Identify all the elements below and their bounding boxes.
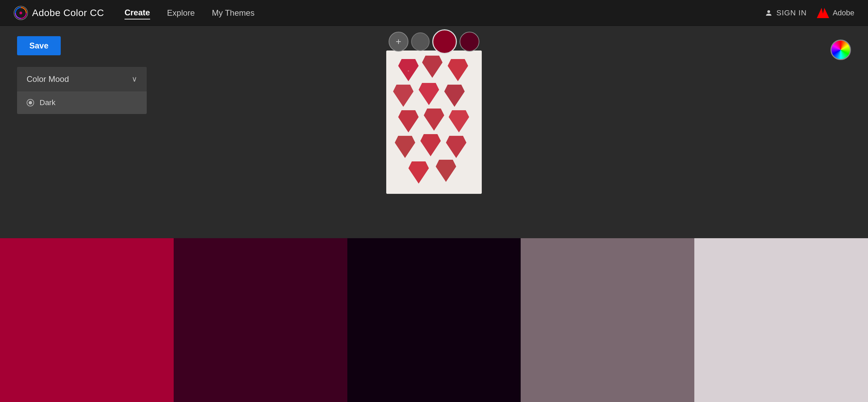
sign-in-button[interactable]: SIGN IN [765,9,807,17]
svg-marker-4 [822,8,829,18]
image-svg [386,51,482,194]
color-mood-panel: Color Mood ∨ Dark [17,67,147,114]
adobe-wordmark-icon [817,8,829,18]
main-nav: Create Explore My Themes [125,6,255,19]
app-header: Adobe Color CC Create Explore My Themes … [0,0,868,26]
uploaded-image[interactable] [386,51,482,194]
color-picker-active[interactable] [432,29,457,54]
palette-swatch-3[interactable] [521,238,694,402]
user-icon [765,9,773,17]
dark-label: Dark [40,98,55,107]
adobe-logo: Adobe [817,8,854,18]
svg-point-7 [408,70,409,72]
page-content: Save Color Mood ∨ Dark + [0,26,868,402]
image-area: + [386,29,482,194]
color-mood-title: Color Mood [27,74,69,84]
svg-point-2 [767,10,770,13]
color-picker-1[interactable] [411,32,430,51]
nav-explore[interactable]: Explore [167,7,195,19]
app-title: Adobe Color CC [32,8,104,18]
palette-swatch-1[interactable] [174,238,347,402]
palette-swatch-2[interactable] [347,238,521,402]
color-mood-header[interactable]: Color Mood ∨ [17,67,147,91]
palette-swatch-0[interactable] [0,238,174,402]
adobe-color-logo-icon [14,6,28,20]
svg-point-1 [19,12,22,14]
dark-option[interactable]: Dark [17,91,147,114]
app-logo: Adobe Color CC [14,6,104,20]
save-button[interactable]: Save [17,36,61,55]
header-right: SIGN IN Adobe [765,8,854,18]
dark-radio[interactable] [27,99,34,106]
color-wheel-button[interactable] [830,40,851,60]
color-pickers-row: + [386,29,482,54]
chevron-down-icon: ∨ [132,75,137,84]
add-color-picker[interactable]: + [389,32,408,52]
color-picker-2[interactable] [460,32,479,52]
nav-my-themes[interactable]: My Themes [212,7,255,19]
nav-create[interactable]: Create [125,6,150,19]
palette-swatch-4[interactable] [694,238,868,402]
color-palette [0,238,868,402]
